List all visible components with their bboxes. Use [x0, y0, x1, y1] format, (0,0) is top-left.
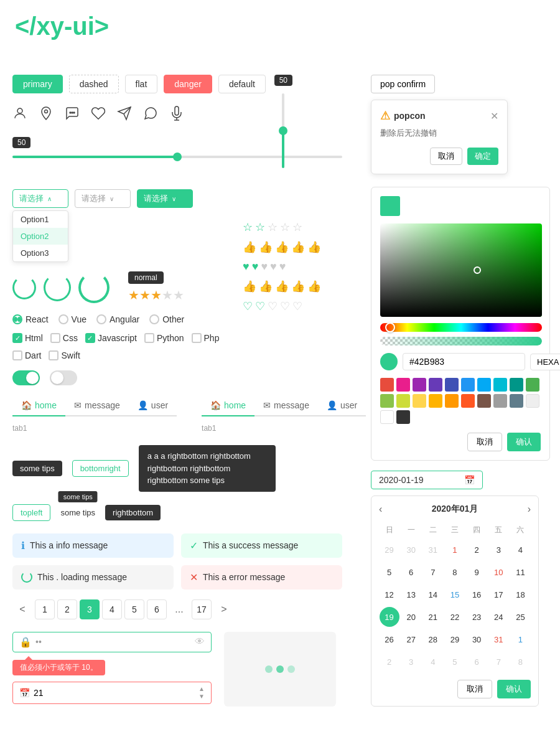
popconfirm-trigger-button[interactable]: pop confirm: [371, 75, 435, 93]
cal-day[interactable]: 14: [423, 585, 443, 604]
cal-day[interactable]: 29: [380, 540, 399, 560]
cal-day[interactable]: 9: [467, 562, 487, 582]
eye-icon[interactable]: 👁: [195, 636, 205, 647]
swatch-grey[interactable]: [493, 394, 507, 408]
cal-prev-button[interactable]: ‹: [379, 504, 382, 515]
cal-day[interactable]: 31: [423, 540, 443, 560]
radio-other[interactable]: Other: [149, 314, 184, 324]
cal-day[interactable]: 26: [380, 629, 399, 649]
popconfirm-ok-button[interactable]: 确定: [467, 148, 498, 165]
cal-day[interactable]: 5: [380, 562, 399, 582]
color-swatch[interactable]: [380, 196, 400, 216]
cal-day[interactable]: 2: [380, 652, 399, 672]
date-input[interactable]: 2020-01-19 📅: [371, 471, 483, 489]
cal-day[interactable]: 13: [401, 585, 421, 604]
tab-message-2[interactable]: ✉ message: [254, 395, 318, 415]
page-3[interactable]: 3: [80, 599, 100, 619]
swatch-light-blue[interactable]: [477, 378, 491, 392]
radio-angular[interactable]: Angular: [96, 314, 139, 324]
swatch-blue-grey[interactable]: [510, 394, 523, 408]
page-17[interactable]: 17: [192, 599, 212, 619]
popconfirm-cancel-button[interactable]: 取消: [430, 148, 462, 165]
page-next[interactable]: >: [214, 599, 234, 619]
tab-message-1[interactable]: ✉ message: [65, 395, 129, 415]
cal-day[interactable]: 30: [401, 540, 421, 560]
cal-day[interactable]: 7: [488, 652, 508, 672]
cal-day[interactable]: 6: [401, 562, 421, 582]
cal-day[interactable]: 20: [401, 607, 421, 627]
tab-user-2[interactable]: 👤 user: [318, 395, 366, 415]
swatch-indigo[interactable]: [445, 378, 459, 392]
cal-cancel-button[interactable]: 取消: [457, 680, 492, 698]
color-gradient[interactable]: [380, 223, 542, 317]
cal-day[interactable]: 30: [467, 629, 487, 649]
select-2[interactable]: 请选择 ∨: [75, 189, 131, 208]
swatch-teal[interactable]: [510, 378, 523, 392]
cb-php[interactable]: Php: [192, 333, 220, 343]
radio-vue[interactable]: Vue: [58, 314, 86, 324]
cal-day[interactable]: 25: [510, 607, 530, 627]
slider-horizontal[interactable]: [12, 156, 342, 158]
cal-day[interactable]: 3: [401, 652, 421, 672]
color-hue-thumb[interactable]: [385, 322, 395, 332]
tab-user-1[interactable]: 👤 user: [129, 395, 177, 415]
option-1[interactable]: Option1: [13, 211, 68, 228]
swatch-brown[interactable]: [477, 394, 491, 408]
cal-day[interactable]: 27: [401, 629, 421, 649]
swatch-yellow[interactable]: [413, 394, 426, 408]
swatch-lime[interactable]: [396, 394, 410, 408]
num-down-arrow[interactable]: ▼: [198, 693, 205, 700]
cal-day[interactable]: 8: [445, 562, 465, 582]
cal-ok-button[interactable]: 确认: [497, 680, 531, 698]
cal-day[interactable]: 5: [445, 652, 465, 672]
cb-css[interactable]: Css: [50, 333, 78, 343]
page-5[interactable]: 5: [124, 599, 144, 619]
cal-day[interactable]: 4: [423, 652, 443, 672]
color-cancel-button[interactable]: 取消: [467, 433, 502, 451]
cal-day[interactable]: 1: [510, 629, 530, 649]
cal-day[interactable]: 10: [488, 562, 508, 582]
cb-python[interactable]: Python: [144, 333, 184, 343]
popconfirm-close-button[interactable]: ✕: [490, 110, 498, 122]
cal-next-button[interactable]: ›: [528, 504, 531, 515]
cal-day[interactable]: 8: [510, 652, 530, 672]
page-2[interactable]: 2: [57, 599, 77, 619]
cal-day[interactable]: 15: [445, 585, 465, 604]
cal-day[interactable]: 18: [510, 585, 530, 604]
cal-day[interactable]: 21: [423, 607, 443, 627]
page-6[interactable]: 6: [147, 599, 167, 619]
cal-day[interactable]: 17: [488, 585, 508, 604]
swatch-deep-orange[interactable]: [461, 394, 475, 408]
primary-button[interactable]: primary: [12, 75, 63, 93]
swatch-blue[interactable]: [461, 378, 475, 392]
color-hue-slider[interactable]: [380, 323, 542, 332]
page-prev[interactable]: <: [12, 599, 32, 619]
swatch-green[interactable]: [526, 378, 539, 392]
swatch-pink[interactable]: [396, 378, 410, 392]
swatch-light-green[interactable]: [380, 394, 394, 408]
cal-day[interactable]: 11: [510, 562, 530, 582]
swatch-light-grey[interactable]: [526, 394, 539, 408]
swatch-amber[interactable]: [429, 394, 442, 408]
num-up-arrow[interactable]: ▲: [198, 686, 205, 692]
slider-vertical[interactable]: [282, 93, 284, 168]
swatch-purple[interactable]: [413, 378, 426, 392]
cal-day[interactable]: 1: [445, 540, 465, 560]
color-cursor[interactable]: [474, 266, 481, 274]
page-4[interactable]: 4: [102, 599, 122, 619]
cal-day[interactable]: 7: [423, 562, 443, 582]
cb-javascript[interactable]: ✓ Javascript: [85, 333, 137, 343]
cal-day[interactable]: 16: [467, 585, 487, 604]
password-input[interactable]: [35, 637, 195, 647]
cal-day[interactable]: 4: [510, 540, 530, 560]
swatch-deep-purple[interactable]: [429, 378, 442, 392]
radio-react[interactable]: React: [12, 314, 49, 324]
dashed-button[interactable]: dashed: [69, 75, 119, 93]
cal-day[interactable]: 24: [488, 607, 508, 627]
tab-home-1[interactable]: 🏠 home: [12, 395, 65, 416]
cal-day[interactable]: 22: [445, 607, 465, 627]
cal-day[interactable]: 23: [467, 607, 487, 627]
cal-day[interactable]: 2: [467, 540, 487, 560]
cal-day[interactable]: 12: [380, 585, 399, 604]
color-opacity-slider[interactable]: [380, 337, 542, 345]
